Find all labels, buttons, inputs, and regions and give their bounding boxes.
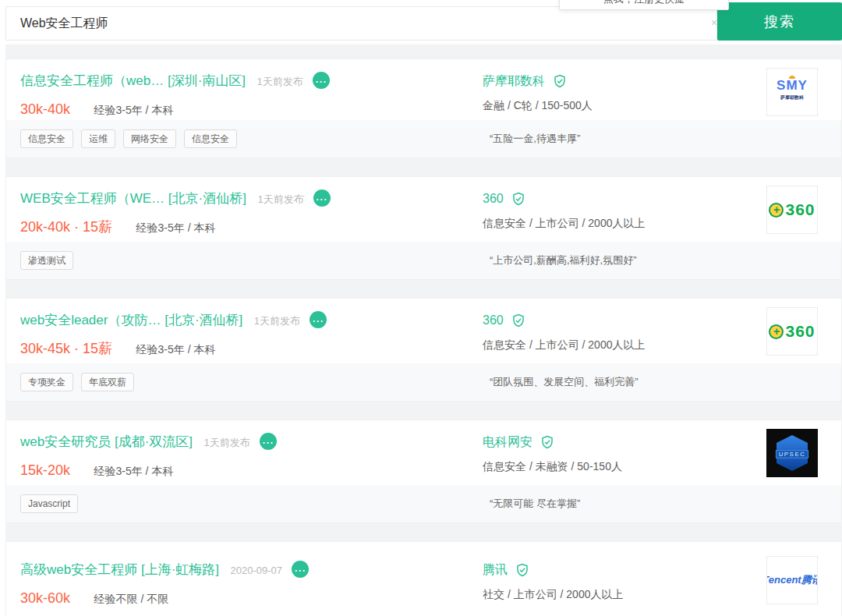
company-quote: “无限可能 尽在掌握” bbox=[490, 497, 580, 511]
chat-icon[interactable]: ··· bbox=[310, 311, 327, 328]
company-name-link[interactable]: 360 bbox=[483, 192, 504, 205]
search-input[interactable] bbox=[5, 6, 717, 41]
job-title-link[interactable]: web安全研究员 [成都·双流区] bbox=[20, 434, 193, 449]
chat-dots: ··· bbox=[317, 194, 328, 205]
job-tag: 信息安全 bbox=[20, 129, 73, 148]
verified-shield-icon bbox=[511, 313, 525, 327]
job-tag: 专项奖金 bbox=[20, 373, 73, 391]
job-requirements: 经验3-5年 / 本科 bbox=[136, 221, 216, 234]
job-card: web安全研究员 [成都·双流区] 1天前发布 ··· 15k-20k 经验3-… bbox=[5, 420, 842, 523]
posted-date: 1天前发布 bbox=[203, 437, 249, 448]
salary: 20k-40k · 15薪 bbox=[20, 219, 112, 235]
job-list: 信息安全工程师（web… [深圳·南山区] 1天前发布 ··· 30k-40k … bbox=[5, 44, 842, 616]
company-quote: “上市公司,薪酬高,福利好,氛围好” bbox=[490, 253, 637, 267]
search-bar: × 搜索 点我，注册更快捷 bbox=[0, 0, 842, 44]
posted-date: 1天前发布 bbox=[254, 315, 300, 327]
company-name-link[interactable]: 电科网安 bbox=[483, 435, 532, 448]
company-info: 金融 / C轮 / 150-500人 bbox=[483, 97, 593, 113]
company-logo-360[interactable]: + 360 bbox=[766, 307, 818, 356]
job-tag: 网络安全 bbox=[123, 129, 176, 148]
job-card: 信息安全工程师（web… [深圳·南山区] 1天前发布 ··· 30k-40k … bbox=[5, 58, 842, 158]
company-name-link[interactable]: 360 bbox=[483, 313, 504, 327]
job-title-link[interactable]: WEB安全工程师（WE… [北京·酒仙桥] bbox=[20, 191, 246, 206]
job-title-link[interactable]: 信息安全工程师（web… [深圳·南山区] bbox=[20, 73, 246, 88]
posted-date: 2020-09-07 bbox=[230, 565, 282, 576]
verified-shield-icon bbox=[511, 192, 525, 206]
salary: 30k-40k bbox=[20, 101, 70, 117]
chat-dots: ··· bbox=[263, 437, 274, 448]
job-card: web安全leader（攻防… [北京·酒仙桥] 1天前发布 ··· 30k-4… bbox=[5, 298, 842, 402]
salary: 15k-20k bbox=[20, 462, 70, 478]
chat-icon[interactable]: ··· bbox=[313, 189, 331, 207]
chat-icon[interactable]: ··· bbox=[313, 72, 330, 89]
upsec-logo-text: UPSEC bbox=[776, 450, 808, 458]
job-tag: 渗透测试 bbox=[20, 251, 73, 270]
360-logo-text: 360 bbox=[785, 322, 815, 341]
smy-logo-subtext: 萨摩耶数科 bbox=[780, 94, 804, 101]
company-logo-upsec[interactable]: UPSEC bbox=[766, 429, 818, 477]
verified-shield-icon bbox=[553, 74, 567, 88]
company-logo-smy[interactable]: SMY 萨摩耶数科 bbox=[766, 68, 818, 116]
chat-icon[interactable]: ··· bbox=[292, 561, 309, 578]
register-tooltip[interactable]: 点我，注册更快捷 bbox=[559, 0, 729, 10]
company-info: 信息安全 / 未融资 / 50-150人 bbox=[483, 458, 622, 474]
job-tag: 运维 bbox=[81, 129, 115, 148]
tencent-logo-text: Tencent腾讯 bbox=[766, 573, 818, 587]
company-info: 信息安全 / 上市公司 / 2000人以上 bbox=[483, 337, 645, 352]
posted-date: 1天前发布 bbox=[257, 193, 303, 205]
company-logo-360[interactable]: + 360 bbox=[766, 186, 818, 234]
company-logo-tencent[interactable]: Tencent腾讯 bbox=[766, 556, 818, 604]
company-info: 社交 / 上市公司 / 2000人以上 bbox=[483, 586, 623, 602]
job-requirements: 经验不限 / 不限 bbox=[94, 593, 169, 605]
search-button[interactable]: 搜索 bbox=[717, 2, 842, 41]
360-logo-text: 360 bbox=[785, 200, 815, 219]
job-requirements: 经验3-5年 / 本科 bbox=[136, 343, 216, 356]
360-circle-icon: + bbox=[769, 203, 784, 218]
job-tag: 信息安全 bbox=[184, 129, 237, 148]
job-title-link[interactable]: 高级web安全工程师 [上海·虹梅路] bbox=[20, 562, 219, 577]
posted-date: 1天前发布 bbox=[256, 76, 302, 87]
job-requirements: 经验3-5年 / 本科 bbox=[94, 104, 174, 116]
company-name-link[interactable]: 腾讯 bbox=[483, 563, 508, 576]
smy-logo-text: SMY bbox=[777, 79, 808, 93]
chat-dots: ··· bbox=[295, 565, 306, 576]
company-info: 信息安全 / 上市公司 / 2000人以上 bbox=[483, 215, 645, 231]
company-name-link[interactable]: 萨摩耶数科 bbox=[483, 74, 545, 87]
salary: 30k-45k · 15薪 bbox=[20, 341, 112, 356]
job-requirements: 经验3-5年 / 本科 bbox=[94, 465, 174, 477]
360-circle-icon: + bbox=[769, 324, 784, 339]
company-quote: “团队氛围、发展空间、福利完善” bbox=[490, 375, 639, 389]
company-quote: “五险一金,待遇丰厚” bbox=[490, 132, 580, 146]
job-tag: Javascript bbox=[20, 494, 78, 513]
chat-dots: ··· bbox=[313, 316, 324, 327]
chat-icon[interactable]: ··· bbox=[260, 433, 277, 450]
job-card: 高级web安全工程师 [上海·虹梅路] 2020-09-07 ··· 30k-6… bbox=[5, 541, 842, 616]
chat-dots: ··· bbox=[316, 76, 327, 87]
job-tag: 年底双薪 bbox=[81, 373, 134, 391]
job-title-link[interactable]: web安全leader（攻防… [北京·酒仙桥] bbox=[20, 313, 242, 327]
salary: 30k-60k bbox=[20, 590, 70, 606]
verified-shield-icon bbox=[515, 563, 529, 577]
verified-shield-icon bbox=[540, 435, 554, 449]
job-card: WEB安全工程师（WE… [北京·酒仙桥] 1天前发布 ··· 20k-40k … bbox=[5, 176, 842, 280]
